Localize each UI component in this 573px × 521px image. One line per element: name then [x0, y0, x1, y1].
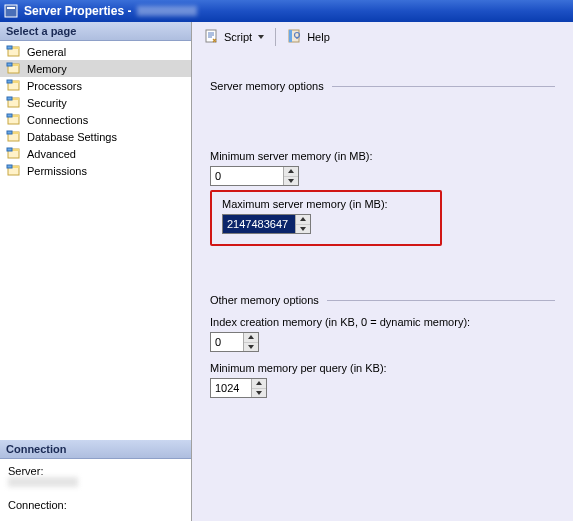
- min-memory-input[interactable]: [211, 167, 283, 185]
- arrow-up-icon: [248, 335, 254, 339]
- spinner-down-button[interactable]: [296, 225, 310, 234]
- spinner-up-button[interactable]: [244, 333, 258, 343]
- spinner-down-button[interactable]: [244, 343, 258, 352]
- index-memory-spinner[interactable]: [210, 332, 259, 352]
- sidebar-item-label: Connections: [27, 114, 88, 126]
- app-icon: [4, 4, 18, 18]
- index-memory-input[interactable]: [211, 333, 243, 351]
- server-name-redacted: [137, 6, 197, 16]
- page-icon: [6, 147, 22, 161]
- svg-rect-16: [7, 114, 12, 117]
- sidebar-item-label: Database Settings: [27, 131, 117, 143]
- sidebar-item-database-settings[interactable]: Database Settings: [0, 128, 191, 145]
- sidebar-item-processors[interactable]: Processors: [0, 77, 191, 94]
- sidebar-item-general[interactable]: General: [0, 43, 191, 60]
- sidebar-item-memory[interactable]: Memory: [0, 60, 191, 77]
- svg-rect-7: [7, 63, 12, 66]
- group-title: Other memory options: [210, 294, 319, 306]
- window-title: Server Properties -: [24, 4, 131, 18]
- script-icon: [204, 28, 220, 46]
- chevron-down-icon: [258, 35, 264, 39]
- max-memory-spinner[interactable]: [222, 214, 311, 234]
- toolbar: Script Help: [192, 22, 573, 52]
- spinner-up-button[interactable]: [284, 167, 298, 177]
- svg-rect-10: [7, 80, 12, 83]
- arrow-down-icon: [248, 345, 254, 349]
- sidebar-item-label: Security: [27, 97, 67, 109]
- help-label: Help: [307, 31, 330, 43]
- sidebar-item-connections[interactable]: Connections: [0, 111, 191, 128]
- page-list: General Memory Processors Security: [0, 41, 191, 181]
- select-page-header: Select a page: [0, 22, 191, 41]
- arrow-up-icon: [300, 217, 306, 221]
- sidebar-item-advanced[interactable]: Advanced: [0, 145, 191, 162]
- spinner-up-button[interactable]: [296, 215, 310, 225]
- min-query-input[interactable]: [211, 379, 251, 397]
- server-label: Server:: [8, 465, 183, 477]
- arrow-up-icon: [256, 381, 262, 385]
- max-memory-highlight: Maximum server memory (in MB):: [210, 190, 442, 246]
- help-icon: [287, 28, 303, 46]
- page-icon: [6, 113, 22, 127]
- svg-rect-19: [7, 131, 12, 134]
- svg-rect-4: [7, 46, 12, 49]
- svg-rect-13: [7, 97, 12, 100]
- page-icon: [6, 45, 22, 59]
- group-title: Server memory options: [210, 80, 324, 92]
- page-icon: [6, 164, 22, 178]
- spinner-down-button[interactable]: [284, 177, 298, 186]
- index-memory-label: Index creation memory (in KB, 0 = dynami…: [210, 316, 555, 328]
- sidebar-item-label: General: [27, 46, 66, 58]
- spinner-up-button[interactable]: [252, 379, 266, 389]
- arrow-down-icon: [300, 227, 306, 231]
- script-label: Script: [224, 31, 252, 43]
- svg-rect-30: [296, 37, 297, 39]
- min-memory-label: Minimum server memory (in MB):: [210, 150, 555, 162]
- max-memory-input[interactable]: [223, 215, 295, 233]
- window-titlebar: Server Properties -: [0, 0, 573, 22]
- toolbar-separator: [275, 28, 276, 46]
- page-icon: [6, 96, 22, 110]
- sidebar-item-permissions[interactable]: Permissions: [0, 162, 191, 179]
- sidebar-item-label: Permissions: [27, 165, 87, 177]
- help-button[interactable]: Help: [283, 26, 334, 48]
- page-icon: [6, 62, 22, 76]
- arrow-up-icon: [288, 169, 294, 173]
- script-button[interactable]: Script: [200, 26, 268, 48]
- connection-header: Connection: [0, 440, 191, 459]
- group-server-memory: Server memory options: [210, 80, 555, 92]
- arrow-down-icon: [288, 179, 294, 183]
- svg-rect-25: [7, 165, 12, 168]
- arrow-down-icon: [256, 391, 262, 395]
- sidebar: Select a page General Memory Processors: [0, 22, 192, 521]
- svg-rect-22: [7, 148, 12, 151]
- svg-rect-1: [7, 7, 15, 9]
- group-other-memory: Other memory options: [210, 294, 555, 306]
- sidebar-item-label: Processors: [27, 80, 82, 92]
- sidebar-item-label: Advanced: [27, 148, 76, 160]
- sidebar-item-label: Memory: [27, 63, 67, 75]
- connection-label: Connection:: [8, 499, 183, 511]
- main-panel: Script Help Server memory options: [192, 22, 573, 521]
- min-query-label: Minimum memory per query (in KB):: [210, 362, 555, 374]
- svg-rect-28: [289, 30, 292, 42]
- page-icon: [6, 130, 22, 144]
- svg-rect-0: [5, 5, 17, 17]
- page-icon: [6, 79, 22, 93]
- min-memory-spinner[interactable]: [210, 166, 299, 186]
- sidebar-item-security[interactable]: Security: [0, 94, 191, 111]
- min-query-spinner[interactable]: [210, 378, 267, 398]
- spinner-down-button[interactable]: [252, 389, 266, 398]
- connection-panel: Server: Connection:: [0, 459, 191, 521]
- max-memory-label: Maximum server memory (in MB):: [222, 198, 430, 210]
- server-value-redacted: [8, 477, 78, 487]
